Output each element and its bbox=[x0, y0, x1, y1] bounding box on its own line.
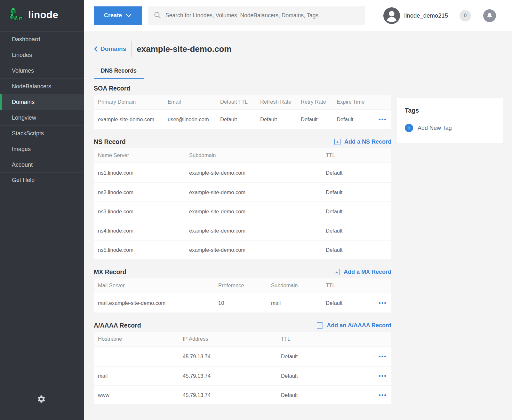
notifications-bell-button[interactable] bbox=[483, 9, 496, 22]
content: Domains example-site-demo.com DNS Record… bbox=[84, 31, 512, 420]
plus-circle-icon: + bbox=[405, 124, 413, 132]
cell: user@linode.com bbox=[164, 116, 216, 123]
avatar[interactable] bbox=[383, 7, 400, 24]
table-row: example-site-demo.comuser@linode.comDefa… bbox=[94, 110, 391, 129]
table-header-row: HostnameIP AddressTTL bbox=[94, 332, 391, 347]
cell: example-site-demo.com bbox=[94, 116, 164, 123]
sidebar-item-account[interactable]: Account bbox=[0, 157, 84, 172]
cell: mail.example-site-demo.com bbox=[94, 300, 214, 306]
cell: Default bbox=[322, 209, 391, 215]
cell: example-site-demo.com bbox=[185, 170, 322, 176]
cell: example-site-demo.com bbox=[185, 189, 322, 195]
cell: ns3.linode.com bbox=[94, 209, 185, 215]
bell-icon bbox=[486, 12, 493, 19]
cell: Default bbox=[322, 247, 391, 253]
sidebar-item-linodes[interactable]: Linodes bbox=[0, 47, 84, 63]
column-header: Mail Server bbox=[94, 282, 214, 289]
cell: example-site-demo.com bbox=[185, 228, 322, 234]
record-sections: SOA RecordPrimary DomainEmailDefault TTL… bbox=[94, 79, 391, 404]
cell: ns1.linode.com bbox=[94, 170, 185, 176]
section-header-a_aaaa: A/AAAA Record+Add an A/AAAA Record bbox=[94, 319, 391, 332]
cell: Default bbox=[322, 189, 391, 195]
sidebar-item-nodebalancers[interactable]: NodeBalancers bbox=[0, 78, 84, 94]
cell: ns4.linode.com bbox=[94, 228, 185, 234]
sidebar-item-longview[interactable]: Longview bbox=[0, 110, 84, 125]
sidebar-item-domains[interactable]: Domains bbox=[0, 94, 84, 110]
add-new-tag-button[interactable]: + Add New Tag bbox=[405, 124, 495, 132]
table-soa: Primary DomainEmailDefault TTLRefresh Ra… bbox=[94, 95, 391, 129]
sidebar: linode DashboardLinodesVolumesNodeBalanc… bbox=[0, 0, 84, 420]
chevron-down-icon bbox=[126, 14, 132, 18]
cell: Default bbox=[277, 353, 369, 360]
cell: Default bbox=[277, 373, 369, 379]
cell: mail bbox=[267, 300, 322, 306]
table-row: www45.79.13.74Default••• bbox=[94, 385, 391, 404]
column-header: Refresh Rate bbox=[256, 99, 297, 105]
breadcrumb-back-link[interactable]: Domains bbox=[94, 45, 126, 52]
cell: 45.79.13.74 bbox=[179, 392, 277, 398]
cell: Default bbox=[322, 300, 369, 306]
cell: ns2.linode.com bbox=[94, 189, 185, 195]
cell: www bbox=[94, 392, 179, 398]
plus-box-icon: + bbox=[334, 269, 340, 275]
sidebar-item-volumes[interactable]: Volumes bbox=[0, 63, 84, 78]
content-columns: SOA RecordPrimary DomainEmailDefault TTL… bbox=[94, 79, 503, 404]
page-title: example-site-demo.com bbox=[137, 44, 231, 54]
add-record-link-ns[interactable]: +Add a NS Record bbox=[334, 139, 391, 145]
tags-title: Tags bbox=[405, 107, 495, 114]
topbar: Create linode_demo215 0 bbox=[84, 0, 512, 31]
row-actions-button[interactable]: ••• bbox=[369, 116, 391, 123]
create-button-label: Create bbox=[104, 12, 122, 19]
add-record-label: Add an A/AAAA Record bbox=[327, 322, 391, 329]
add-record-link-a_aaaa[interactable]: +Add an A/AAAA Record bbox=[317, 322, 391, 329]
table-mx: Mail ServerPreferenceSubdomainTTLmail.ex… bbox=[94, 278, 391, 313]
table-row: ns2.linode.comexample-site-demo.comDefau… bbox=[94, 182, 391, 202]
sidebar-item-stackscripts[interactable]: StackScripts bbox=[0, 125, 84, 141]
plus-box-icon: + bbox=[317, 322, 323, 329]
breadcrumb-divider bbox=[131, 41, 132, 57]
settings-gear-icon[interactable] bbox=[37, 395, 46, 405]
section-header-ns: NS Record+Add a NS Record bbox=[94, 135, 391, 148]
row-actions-button[interactable]: ••• bbox=[369, 392, 391, 399]
tags-panel: Tags + Add New Tag bbox=[397, 98, 503, 143]
breadcrumb: Domains example-site-demo.com bbox=[94, 41, 503, 57]
cell: example-site-demo.com bbox=[185, 209, 322, 215]
tab-dns-records[interactable]: DNS Records bbox=[94, 64, 144, 79]
table-row: ns4.linode.comexample-site-demo.comDefau… bbox=[94, 221, 391, 240]
column-header: TTL bbox=[322, 282, 369, 289]
section-title-a_aaaa: A/AAAA Record bbox=[94, 322, 141, 329]
section-title-soa: SOA Record bbox=[94, 85, 130, 92]
cell: Default bbox=[256, 116, 297, 123]
column-header: Email bbox=[164, 99, 216, 105]
table-row: ns1.linode.comexample-site-demo.comDefau… bbox=[94, 163, 391, 182]
add-record-link-mx[interactable]: +Add a MX Record bbox=[334, 269, 391, 275]
row-actions-button[interactable]: ••• bbox=[369, 353, 391, 360]
column-header: Default TTL bbox=[216, 99, 256, 105]
user-area: linode_demo215 0 bbox=[383, 7, 512, 24]
create-button[interactable]: Create bbox=[94, 6, 142, 25]
search-input[interactable] bbox=[165, 6, 365, 25]
table-row: ns3.linode.comexample-site-demo.comDefau… bbox=[94, 202, 391, 221]
table-a_aaaa: HostnameIP AddressTTL45.79.13.74Default•… bbox=[94, 332, 391, 404]
linode-logo[interactable]: linode bbox=[0, 0, 84, 31]
column-header: Hostname bbox=[94, 336, 179, 342]
cell: 45.79.13.74 bbox=[179, 373, 277, 379]
sidebar-item-dashboard[interactable]: Dashboard bbox=[0, 31, 84, 47]
sidebar-item-get-help[interactable]: Get Help bbox=[0, 172, 84, 188]
column-header: TTL bbox=[277, 336, 369, 342]
cell: 45.79.13.74 bbox=[179, 353, 277, 360]
sidebar-nav: DashboardLinodesVolumesNodeBalancersDoma… bbox=[0, 31, 84, 188]
cell: Default bbox=[216, 116, 256, 123]
section-title-ns: NS Record bbox=[94, 138, 126, 146]
right-column: Tags + Add New Tag bbox=[397, 79, 503, 404]
sidebar-item-images[interactable]: Images bbox=[0, 141, 84, 157]
column-header: Name Server bbox=[94, 152, 185, 158]
row-actions-button[interactable]: ••• bbox=[369, 299, 391, 306]
cell: Default bbox=[332, 116, 369, 123]
cell: ns5.linode.com bbox=[94, 247, 185, 253]
add-record-label: Add a NS Record bbox=[344, 139, 391, 145]
main-area: Create linode_demo215 0 bbox=[84, 0, 512, 420]
row-actions-button[interactable]: ••• bbox=[369, 372, 391, 379]
username[interactable]: linode_demo215 bbox=[404, 12, 448, 19]
cell: Default bbox=[322, 228, 391, 234]
